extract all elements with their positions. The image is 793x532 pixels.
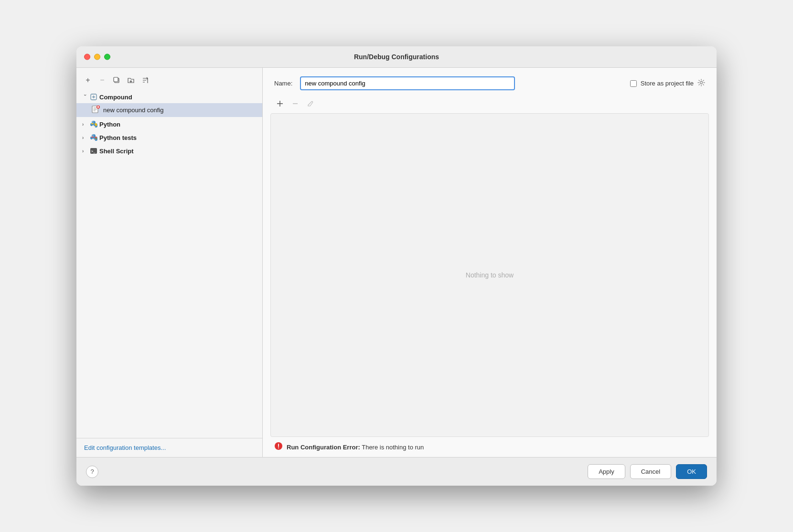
- ok-button[interactable]: OK: [676, 464, 707, 479]
- error-icon: [274, 442, 283, 452]
- sidebar: + −: [76, 68, 263, 457]
- new-folder-button[interactable]: [125, 74, 137, 86]
- svg-point-20: [93, 135, 94, 136]
- svg-text:>_: >_: [91, 149, 96, 153]
- python-tests-icon: [90, 134, 97, 141]
- cancel-button[interactable]: Cancel: [630, 464, 671, 479]
- svg-point-21: [95, 139, 96, 140]
- name-label: Name:: [274, 80, 292, 87]
- python-group-header[interactable]: › Python: [76, 118, 262, 130]
- compound-chevron: ›: [83, 94, 88, 100]
- edit-run-config-button[interactable]: [305, 98, 316, 109]
- edit-icon: [307, 100, 314, 107]
- shell-script-group-header[interactable]: › >_ Shell Script: [76, 145, 262, 157]
- traffic-lights: [84, 54, 110, 60]
- python-tests-label: Python tests: [99, 134, 137, 141]
- minus-icon: [292, 100, 299, 107]
- new-compound-config-label: new compound config: [103, 106, 163, 114]
- sort-icon: [141, 76, 149, 84]
- python-tests-group: › Python tests: [76, 131, 262, 144]
- new-folder-icon: [127, 76, 135, 84]
- bottom-buttons: ? Apply Cancel OK: [76, 457, 717, 486]
- add-config-button[interactable]: +: [82, 74, 94, 86]
- store-as-project-file: Store as project file: [630, 79, 705, 88]
- content-area: Nothing to show: [270, 113, 709, 437]
- name-input[interactable]: [300, 76, 515, 90]
- config-file-icon: [92, 106, 100, 113]
- compound-label: Compound: [99, 94, 132, 101]
- compound-group-header[interactable]: › Compound: [76, 91, 262, 103]
- error-bar: Run Configuration Error: There is nothin…: [263, 437, 717, 457]
- python-group: › Python: [76, 118, 262, 130]
- gear-icon: [697, 79, 705, 86]
- svg-point-19: [95, 126, 96, 127]
- apply-button[interactable]: Apply: [588, 464, 625, 479]
- python-tests-group-header[interactable]: › Python tests: [76, 131, 262, 144]
- sidebar-toolbar: + −: [76, 72, 262, 90]
- svg-point-31: [278, 447, 279, 448]
- store-label: Store as project file: [641, 80, 694, 87]
- shell-script-group: › >_ Shell Script: [76, 145, 262, 157]
- python-tests-chevron: ›: [82, 135, 88, 140]
- sidebar-bottom: Edit configuration templates...: [76, 438, 262, 457]
- name-row: Name: Store as project file: [263, 68, 717, 96]
- gear-button[interactable]: [697, 79, 705, 88]
- copy-icon: [113, 76, 120, 84]
- edit-templates-link[interactable]: Edit configuration templates...: [84, 444, 166, 451]
- error-text: Run Configuration Error: There is nothin…: [287, 444, 424, 451]
- dialog-title: Run/Debug Configurations: [354, 53, 439, 61]
- compound-icon: [90, 93, 97, 101]
- python-label: Python: [99, 121, 120, 128]
- minimize-button[interactable]: [94, 54, 100, 60]
- python-chevron: ›: [82, 122, 88, 127]
- error-prefix: Run Configuration Error:: [287, 444, 360, 451]
- python-icon: [90, 120, 97, 128]
- run-debug-dialog: Run/Debug Configurations + −: [76, 46, 717, 486]
- main-content: + −: [76, 68, 717, 457]
- add-icon: [277, 100, 283, 107]
- config-item-icon: [92, 106, 100, 115]
- shell-script-icon: >_: [90, 147, 97, 155]
- config-tree: › Compound: [76, 90, 262, 438]
- remove-run-config-button[interactable]: [289, 98, 301, 109]
- remove-config-button[interactable]: −: [96, 74, 108, 86]
- add-run-config-button[interactable]: [274, 98, 286, 109]
- shell-script-label: Shell Script: [99, 148, 134, 155]
- help-button[interactable]: ?: [86, 466, 98, 478]
- error-message: There is nothing to run: [360, 444, 424, 451]
- title-bar: Run/Debug Configurations: [76, 46, 717, 68]
- store-checkbox[interactable]: [630, 80, 637, 87]
- compound-group: › Compound: [76, 91, 262, 117]
- error-circle-icon: [274, 442, 283, 450]
- close-button[interactable]: [84, 54, 90, 60]
- right-panel: Name: Store as project file: [263, 68, 717, 457]
- maximize-button[interactable]: [104, 54, 110, 60]
- action-bar: [263, 96, 717, 113]
- shell-chevron: ›: [82, 149, 88, 154]
- svg-point-25: [700, 82, 703, 84]
- sort-button[interactable]: [139, 74, 151, 86]
- svg-point-18: [93, 121, 94, 122]
- new-compound-config-item[interactable]: new compound config: [76, 103, 262, 117]
- copy-config-button[interactable]: [111, 74, 122, 86]
- svg-rect-1: [114, 77, 118, 82]
- empty-message: Nothing to show: [466, 271, 514, 279]
